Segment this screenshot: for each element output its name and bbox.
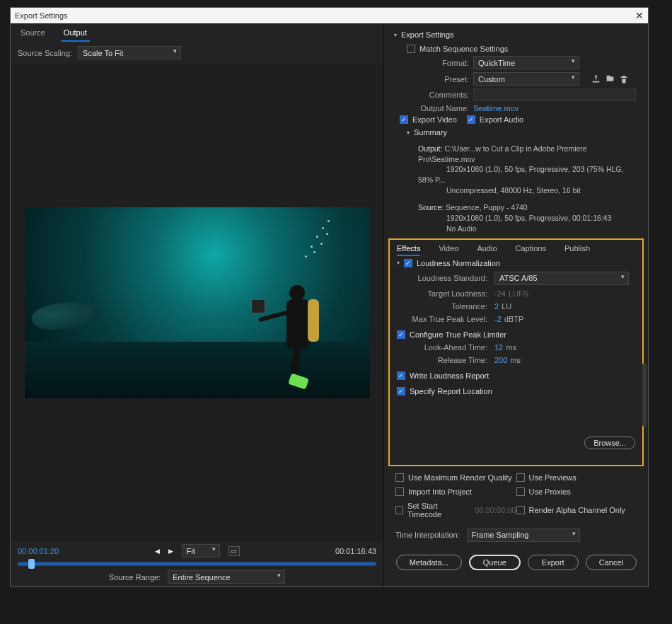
aspect-toggle-icon[interactable]: ▭ [228,546,240,556]
max-quality-checkbox[interactable] [395,473,404,482]
export-audio-checkbox[interactable] [467,115,475,124]
use-previews-checkbox[interactable] [516,473,525,482]
delete-preset-icon[interactable] [619,74,629,84]
specify-location-label: Specify Report Location [410,387,492,395]
start-tc-checkbox[interactable] [395,506,403,514]
release-label: Release Time: [397,356,487,364]
target-loudness-label: Target Loudness: [397,289,487,298]
cancel-button[interactable]: Cancel [586,555,637,570]
source-scaling-select[interactable]: Scale To Fit [78,46,181,59]
source-range-select[interactable]: Entire Sequence [168,570,285,584]
tolerance-unit: LU [502,302,511,311]
target-loudness-value: -24 [494,289,506,298]
lookahead-unit: ms [506,343,516,352]
import-preset-icon[interactable] [605,74,615,84]
dialog-footer: Metadata... Queue Export Cancel [384,542,648,580]
tab-output[interactable]: Output [61,27,90,42]
limiter-checkbox[interactable] [397,330,405,339]
time-interp-select[interactable]: Frame Sampling [467,528,580,542]
output-name-label: Output Name: [394,104,469,112]
peak-unit: dBTP [504,315,524,323]
effects-tabs: Effects Video Audio Captions Publish [397,244,635,256]
loudness-norm-checkbox[interactable] [404,259,412,267]
output-name-link[interactable]: Seatime.mov [473,104,519,112]
timeline-slider[interactable] [18,562,376,566]
summary-header: Summary [414,128,447,137]
settings-panel: ▾ Export Settings Match Sequence Setting… [384,23,648,587]
use-previews-label: Use Previews [529,473,577,482]
preview-panel: Source Output Source Scaling: Scale To F… [11,23,384,587]
render-options: Use Maximum Render Quality Use Previews … [384,466,648,542]
source-scaling-label: Source Scaling: [18,49,72,57]
export-video-label: Export Video [412,115,457,124]
max-quality-label: Use Maximum Render Quality [408,473,512,482]
release-unit: ms [510,356,521,364]
effects-highlight-box: Effects Video Audio Captions Publish ▾ L… [388,238,644,466]
specify-location-checkbox[interactable] [397,387,405,395]
export-video-checkbox[interactable] [400,115,408,124]
format-select[interactable]: QuickTime [473,56,579,69]
tab-video[interactable]: Video [439,244,458,256]
alpha-checkbox[interactable] [516,506,525,514]
time-interp-label: Time Interpolation: [395,531,460,539]
export-button[interactable]: Export [528,555,579,570]
scrollbar-thumb[interactable] [642,363,647,427]
next-frame-icon[interactable]: ▶ [168,548,173,555]
zoom-select[interactable]: Fit [182,544,220,557]
lookahead-value[interactable]: 12 [494,343,503,352]
summary-output: Output: C:\User...w to Cut a Clip in Ado… [394,142,638,195]
loudness-std-label: Loudness Standard: [397,274,487,282]
import-project-checkbox[interactable] [395,487,404,496]
timecode-current[interactable]: 00:00:01:20 [18,547,59,555]
comments-label: Comments: [394,91,469,99]
chevron-down-icon[interactable]: ▾ [407,129,410,136]
preset-label: Preset: [394,75,469,83]
tab-captions[interactable]: Captions [516,244,546,256]
timecode-duration: 00:01:16:43 [335,547,376,555]
write-report-label: Write Loudness Report [410,371,489,380]
use-proxies-checkbox[interactable] [516,487,525,496]
lookahead-label: Look-Ahead Time: [397,343,487,352]
close-icon[interactable]: ✕ [635,10,644,21]
save-preset-icon[interactable] [591,74,601,84]
playhead-thumb[interactable] [28,559,35,569]
queue-button[interactable]: Queue [469,555,521,570]
summary-source: Source: Sequence, Puppy - 4740 1920x1080… [394,201,638,233]
browse-button[interactable]: Browse... [584,437,635,449]
tolerance-label: Tolerance: [397,302,487,311]
bubbles [301,214,343,264]
loudness-norm-label: Loudness Normalization [417,259,500,267]
start-tc-value: 00:00:00:00 [475,506,516,514]
use-proxies-label: Use Proxies [529,487,571,496]
prev-frame-icon[interactable]: ◀ [155,548,160,555]
tab-publish[interactable]: Publish [564,244,590,256]
loudness-std-select[interactable]: ATSC A/85 [494,272,629,285]
source-range-label: Source Range: [109,573,161,582]
diver-shape [258,257,343,377]
write-report-checkbox[interactable] [397,371,405,380]
match-sequence-label: Match Sequence Settings [419,45,508,53]
tab-audio[interactable]: Audio [477,244,497,256]
preview-area [11,64,383,541]
preset-select[interactable]: Custom [473,72,579,86]
video-preview[interactable] [25,207,370,398]
peak-value[interactable]: -2 [494,315,502,323]
comments-input[interactable] [473,88,636,101]
chevron-down-icon[interactable]: ▾ [394,32,397,38]
format-label: Format: [394,59,469,67]
import-project-label: Import Into Project [408,487,472,496]
limiter-label: Configure True Peak Limiter [410,330,506,339]
titlebar: Export Settings ✕ [11,8,648,23]
tab-source[interactable]: Source [18,27,48,42]
chevron-down-icon[interactable]: ▾ [397,260,400,266]
release-value[interactable]: 200 [494,356,507,364]
tab-effects[interactable]: Effects [397,244,420,256]
peak-label: Max True Peak Level: [397,315,487,323]
metadata-button[interactable]: Metadata... [396,555,462,570]
tolerance-value[interactable]: 2 [494,302,499,311]
match-sequence-checkbox[interactable] [407,45,415,53]
export-settings-dialog: Export Settings ✕ Source Output Source S… [10,7,649,587]
start-tc-label: Set Start Timecode [407,502,468,519]
preview-tabs: Source Output [11,23,383,42]
export-settings-header: Export Settings [401,30,454,39]
